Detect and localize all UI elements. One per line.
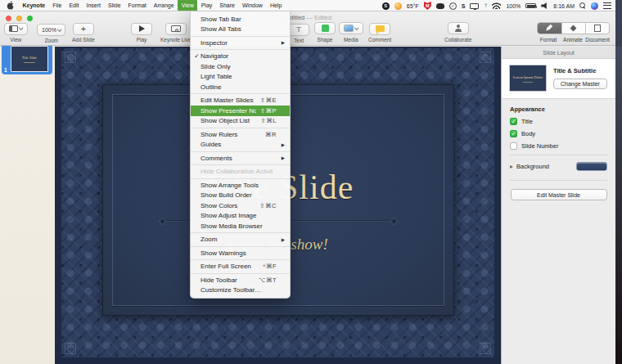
menu-item-show-presenter-notes[interactable]: Show Presenter Notes ⇧⌘P [191, 106, 290, 116]
collaborate-button[interactable] [448, 22, 469, 34]
menubar-item-play[interactable]: Play [197, 0, 216, 11]
zoom-button[interactable]: 100% [37, 24, 65, 36]
menu-item-enter-full-screen[interactable]: Enter Full Screen ^⌘F [191, 262, 290, 272]
menubar-item-help[interactable]: Help [266, 0, 285, 11]
menu-item-zoom[interactable]: Zoom ▶ [191, 235, 290, 245]
menu-item-label: Show Colors [201, 202, 255, 209]
add-slide-label: Add Slide [72, 37, 95, 43]
check-circle-icon[interactable]: ✓ [449, 2, 457, 10]
s-app-badge-icon[interactable]: S [382, 2, 390, 10]
temperature-status[interactable]: 65°F [407, 3, 419, 9]
menu-item-show-arrange-tools[interactable]: Show Arrange Tools [191, 180, 290, 191]
checkbox-row-slide-number: Slide Number [510, 142, 607, 150]
menu-separator [191, 273, 290, 274]
menubar-item-edit[interactable]: Edit [65, 0, 83, 11]
menubar-item-slide[interactable]: Slide [104, 0, 124, 11]
menu-separator [191, 259, 290, 260]
edit-master-slide-button[interactable]: Edit Master Slide [511, 189, 607, 200]
antivirus-shield-icon[interactable]: M [424, 2, 431, 10]
menu-item-show-all-tabs[interactable]: Show All Tabs [191, 25, 290, 35]
tab-format[interactable] [538, 23, 561, 34]
add-slide-button[interactable]: + [73, 23, 94, 35]
volume-icon[interactable] [541, 2, 548, 9]
body-checkbox[interactable] [510, 130, 517, 137]
up-arrow-icon[interactable]: ↑ [484, 2, 487, 9]
s-letter-icon[interactable]: S [462, 3, 466, 9]
menubar-item-insert[interactable]: Insert [83, 0, 105, 11]
menu-item-label: Show Build Order [201, 191, 273, 199]
menu-item-label: Comments [201, 155, 273, 162]
menu-separator [191, 49, 290, 50]
view-menu: Show Tab Bar Show All Tabs Inspector ▶ ✓… [190, 11, 291, 299]
spotlight-search-icon[interactable] [579, 2, 586, 9]
menu-item-hide-toolbar[interactable]: Hide Toolbar ⌥⌘T [191, 275, 290, 285]
keynote-live-button[interactable] [165, 23, 187, 35]
menubar-item-keynote[interactable]: Keynote [19, 0, 49, 11]
siri-icon[interactable] [591, 2, 598, 10]
menu-item-inspector[interactable]: Inspector ▶ [191, 38, 290, 48]
menu-item-comments[interactable]: Comments ▶ [191, 153, 290, 164]
menu-item-show-warnings[interactable]: Show Warnings [191, 248, 290, 258]
menu-item-label: Enter Full Screen [201, 263, 259, 270]
menubar-item-file[interactable]: File [49, 0, 65, 11]
play-button[interactable] [131, 23, 152, 35]
menu-item-show-media-browser[interactable]: Show Media Browser [191, 221, 290, 231]
menu-item-hide-collaboration-activity[interactable]: Hide Collaboration Activity [191, 167, 290, 178]
title-checkbox[interactable] [510, 118, 517, 125]
menu-item-edit-master-slides[interactable]: Edit Master Slides ⇧⌘E [191, 96, 290, 106]
tab-animate[interactable] [561, 23, 585, 34]
menubar-item-share[interactable]: Share [216, 0, 239, 11]
diamond-icon [570, 25, 577, 31]
menu-item-show-colors[interactable]: Show Colors ⇧⌘C [191, 200, 290, 211]
menu-item-customize-toolbar[interactable]: Customize Toolbar… [191, 285, 290, 296]
comment-group: Comment [368, 20, 391, 43]
wifi-icon[interactable] [492, 2, 501, 9]
menu-item-label: Slide Only [201, 63, 273, 70]
dark-app-icon[interactable] [436, 3, 444, 9]
view-button[interactable] [4, 23, 28, 35]
screen-mirroring-icon[interactable] [470, 3, 479, 9]
slide-thumbnail-selected[interactable]: 1 Title Slide [2, 43, 52, 74]
text-label: Text [288, 38, 309, 43]
menu-item-guides[interactable]: Guides ▶ [191, 140, 290, 151]
slide-number-checkbox[interactable] [510, 142, 517, 150]
menu-item-light-table[interactable]: Light Table [191, 72, 290, 83]
battery-percent[interactable]: 100% [506, 3, 521, 9]
menu-item-show-rulers[interactable]: Show Rulers ⌘R [191, 129, 290, 140]
text-button[interactable]: T [288, 24, 309, 36]
menubar-item-arrange[interactable]: Arrange [150, 0, 178, 11]
background-color-well[interactable] [576, 162, 607, 171]
menu-item-navigator[interactable]: ✓ Navigator [191, 52, 290, 62]
shape-group: Shape [314, 20, 336, 43]
disclosure-triangle-icon[interactable] [510, 165, 513, 169]
background-row: Background [502, 155, 615, 178]
menu-item-label: Inspector [201, 39, 273, 47]
slide-thumbnail[interactable]: Title Slide [11, 46, 48, 72]
desktop-edge-top [615, 0, 622, 47]
menubar-item-format[interactable]: Format [124, 0, 150, 11]
menu-item-show-tab-bar[interactable]: Show Tab Bar [191, 14, 290, 25]
submenu-arrow-icon: ▶ [280, 155, 285, 160]
menu-item-show-object-list[interactable]: Show Object List ⇧⌘L [191, 116, 290, 127]
battery-icon[interactable] [525, 3, 536, 8]
menu-item-show-build-order[interactable]: Show Build Order [191, 191, 290, 201]
sidebar-header: Slide Layout [502, 47, 615, 59]
tab-document[interactable] [585, 23, 609, 34]
comment-button[interactable] [369, 23, 390, 35]
shape-label: Shape [314, 37, 336, 43]
slide-bottom-edge [55, 357, 501, 364]
clock[interactable]: 8:16 AM [553, 3, 575, 9]
menu-item-slide-only[interactable]: Slide Only [191, 61, 290, 72]
menubar-item-view[interactable]: View [178, 0, 197, 11]
master-thumbnail[interactable]: Lorem Ipsum Dolor [509, 65, 547, 92]
slide-number-checkbox-label: Slide Number [521, 142, 558, 150]
menu-item-show-adjust-image[interactable]: Show Adjust Image [191, 211, 290, 222]
change-master-button[interactable]: Change Master [553, 79, 607, 89]
menu-item-outline[interactable]: Outline [191, 82, 290, 92]
shape-button[interactable] [314, 22, 336, 34]
menubar-item-window[interactable]: Window [239, 0, 267, 11]
apple-menu-icon[interactable] [7, 1, 14, 10]
media-button[interactable] [339, 22, 363, 34]
notification-center-icon[interactable] [603, 2, 611, 9]
amber-app-icon[interactable] [394, 2, 402, 10]
